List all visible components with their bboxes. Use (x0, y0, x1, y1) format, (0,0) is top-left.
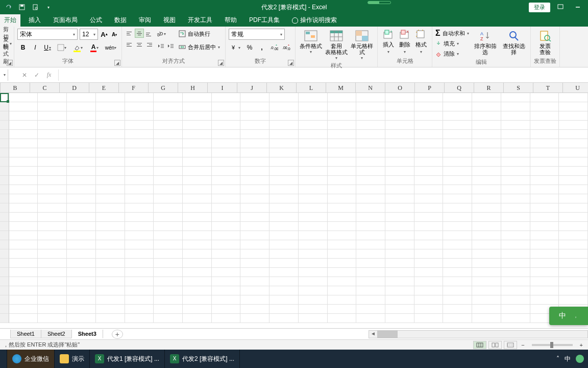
column-header[interactable]: K (267, 83, 297, 93)
align-launcher[interactable]: ◢ (218, 60, 224, 66)
taskbar-wechat[interactable]: 企业微信 (7, 350, 55, 368)
orientation-button[interactable]: ab▾ (156, 29, 169, 39)
scroll-thumb[interactable] (377, 331, 398, 338)
tab-layout[interactable]: 页面布局 (49, 14, 82, 27)
column-header[interactable]: U (563, 83, 588, 93)
underline-button[interactable]: U▾ (42, 42, 53, 53)
enter-icon[interactable]: ✓ (33, 72, 41, 79)
column-header[interactable]: L (297, 83, 326, 93)
tab-review[interactable]: 审阅 (135, 14, 155, 27)
tray-chevron-icon[interactable]: ˄ (556, 355, 559, 362)
decrease-font-icon[interactable]: A▾ (110, 30, 118, 38)
align-left-icon[interactable] (125, 40, 134, 49)
clipboard-launcher[interactable]: ◢ (7, 60, 13, 66)
login-button[interactable]: 登录 (529, 3, 550, 12)
find-select-button[interactable]: 查找和选择 (501, 29, 527, 58)
number-launcher[interactable]: ◢ (288, 60, 294, 66)
spreadsheet-grid[interactable]: BCDEFGHIJKLMNOPQRSTU 中 ， (0, 83, 588, 328)
qat-customize-icon[interactable]: ▾ (44, 3, 53, 12)
column-header[interactable]: G (149, 83, 178, 93)
wrap-text-button[interactable]: 自动换行 (177, 29, 222, 39)
active-cell[interactable] (0, 93, 9, 102)
fill-color-button[interactable]: ▾ (70, 42, 86, 53)
font-color-button[interactable]: A▾ (87, 42, 102, 53)
clear-button[interactable]: 清除▾ (435, 49, 469, 58)
formula-input[interactable] (59, 70, 588, 81)
font-name-combo[interactable]: 宋体▾ (17, 29, 78, 40)
column-header[interactable]: O (385, 83, 415, 93)
column-header[interactable]: N (356, 83, 385, 93)
decrease-indent-icon[interactable] (156, 41, 165, 50)
merge-center-button[interactable]: 合并后居中▾ (177, 42, 222, 52)
zoom-in-icon[interactable]: + (578, 342, 585, 348)
percent-button[interactable]: % (244, 42, 255, 53)
font-launcher[interactable]: ◢ (114, 60, 120, 66)
tab-view[interactable]: 视图 (159, 14, 180, 27)
page-layout-view-icon[interactable] (488, 341, 502, 349)
ime-indicator[interactable]: 中 ， (549, 307, 588, 325)
column-header[interactable]: J (237, 83, 267, 93)
taskbar-excel-2[interactable]: X 代发2 [兼容模式] ... (165, 350, 240, 368)
taskbar-excel-1[interactable]: X 代发1 [兼容模式] ... (90, 350, 165, 368)
cell-styles-button[interactable]: 单元格样式▾ (350, 29, 374, 62)
accounting-format-button[interactable]: ¥▾ (229, 42, 243, 53)
font-size-combo[interactable]: 12▾ (80, 29, 98, 40)
fx-icon[interactable]: fx (45, 71, 53, 79)
column-header[interactable]: I (208, 83, 237, 93)
align-bottom-icon[interactable] (144, 29, 154, 38)
conditional-format-button[interactable]: 条件格式▾ (299, 29, 323, 62)
tab-formula[interactable]: 公式 (86, 14, 106, 27)
increase-indent-icon[interactable] (165, 41, 175, 50)
column-header[interactable]: Q (445, 83, 474, 93)
align-top-icon[interactable] (125, 29, 134, 38)
redo-icon[interactable] (4, 3, 13, 12)
tab-developer[interactable]: 开发工具 (184, 14, 216, 27)
phonetic-button[interactable]: wén▾ (103, 42, 118, 53)
align-right-icon[interactable] (144, 40, 154, 49)
column-header[interactable]: R (474, 83, 504, 93)
scroll-left-icon[interactable]: ◄ (369, 331, 377, 338)
page-break-view-icon[interactable] (504, 341, 517, 349)
tell-me-search[interactable]: 操作说明搜索 (288, 16, 341, 27)
save-icon[interactable] (17, 3, 27, 12)
align-middle-icon[interactable] (135, 29, 144, 38)
delete-cells-button[interactable]: × 删除▾ (397, 29, 412, 54)
sheet-tab[interactable]: Sheet1 (10, 330, 41, 338)
increase-font-icon[interactable]: A▴ (100, 30, 108, 38)
sort-filter-button[interactable]: AZ 排序和筛选 (472, 29, 499, 58)
column-header[interactable]: S (504, 83, 533, 93)
column-header[interactable]: P (415, 83, 445, 93)
column-header[interactable]: C (30, 83, 60, 93)
zoom-slider[interactable] (532, 344, 573, 346)
cancel-icon[interactable]: ✕ (20, 72, 29, 79)
tab-home[interactable]: 开始 (0, 14, 20, 27)
column-header[interactable]: F (119, 83, 149, 93)
format-as-table-button[interactable]: 套用 表格格式▾ (324, 29, 349, 62)
column-header[interactable]: E (89, 83, 119, 93)
tab-pdf[interactable]: PDF工具集 (245, 14, 284, 27)
comma-button[interactable]: , (256, 42, 267, 53)
tab-insert[interactable]: 插入 (24, 14, 45, 27)
name-box[interactable]: ▾ (0, 70, 8, 81)
ribbon-options-icon[interactable] (553, 2, 568, 12)
add-sheet-button[interactable]: + (112, 330, 123, 339)
format-cells-button[interactable]: 格式▾ (413, 29, 429, 54)
border-button[interactable]: ▾ (54, 42, 69, 53)
invoice-check-button[interactable]: 发票 查验 (534, 29, 556, 56)
taskbar-explorer[interactable]: 演示 (55, 350, 90, 368)
align-center-icon[interactable] (135, 40, 144, 49)
autosum-button[interactable]: Σ自动求和▾ (435, 29, 469, 38)
column-header[interactable]: M (326, 83, 356, 93)
column-header[interactable]: D (60, 83, 89, 93)
minimize-icon[interactable] (571, 2, 585, 12)
start-button[interactable] (0, 350, 7, 368)
increase-decimal-icon[interactable]: .0.00 (268, 42, 280, 53)
format-painter-button[interactable]: 格式刷 (3, 49, 11, 58)
column-header[interactable]: H (178, 83, 208, 93)
fill-button[interactable]: 填充▾ (435, 39, 469, 48)
preview-icon[interactable] (31, 3, 40, 12)
sheet-tab[interactable]: Sheet2 (41, 330, 72, 338)
horizontal-scrollbar[interactable]: ◄ (369, 330, 588, 338)
decrease-decimal-icon[interactable]: .00.0 (281, 42, 292, 53)
sheet-tab[interactable]: Sheet3 (71, 330, 103, 338)
